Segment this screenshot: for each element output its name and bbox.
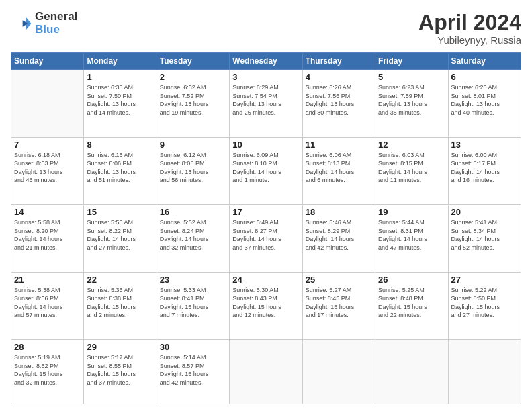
table-row: 13Sunrise: 6:00 AM Sunset: 8:17 PM Dayli…	[448, 137, 521, 204]
day-number: 7	[14, 140, 81, 150]
day-number: 20	[451, 207, 518, 217]
col-friday: Friday	[375, 53, 448, 70]
table-row: 14Sunrise: 5:58 AM Sunset: 8:20 PM Dayli…	[11, 205, 84, 272]
day-info: Sunrise: 6:18 AM Sunset: 8:03 PM Dayligh…	[14, 151, 81, 185]
table-row	[302, 340, 375, 404]
calendar-table: Sunday Monday Tuesday Wednesday Thursday…	[11, 52, 521, 404]
table-row: 6Sunrise: 6:20 AM Sunset: 8:01 PM Daylig…	[448, 70, 521, 137]
table-row: 8Sunrise: 6:15 AM Sunset: 8:06 PM Daylig…	[84, 137, 157, 204]
table-row: 4Sunrise: 6:26 AM Sunset: 7:56 PM Daylig…	[302, 70, 375, 137]
logo-icon	[11, 13, 32, 34]
day-number: 5	[378, 72, 445, 82]
day-info: Sunrise: 5:49 AM Sunset: 8:27 PM Dayligh…	[232, 218, 299, 252]
day-number: 1	[87, 72, 153, 82]
day-number: 26	[378, 275, 445, 285]
day-info: Sunrise: 5:41 AM Sunset: 8:34 PM Dayligh…	[451, 218, 518, 252]
day-info: Sunrise: 5:22 AM Sunset: 8:50 PM Dayligh…	[451, 286, 518, 320]
col-sunday: Sunday	[11, 53, 84, 70]
day-info: Sunrise: 5:33 AM Sunset: 8:41 PM Dayligh…	[160, 286, 226, 320]
day-number: 8	[87, 140, 153, 150]
col-monday: Monday	[84, 53, 157, 70]
col-tuesday: Tuesday	[157, 53, 229, 70]
day-number: 29	[87, 342, 153, 352]
day-info: Sunrise: 6:00 AM Sunset: 8:17 PM Dayligh…	[451, 151, 518, 185]
table-row: 22Sunrise: 5:36 AM Sunset: 8:38 PM Dayli…	[84, 272, 157, 339]
day-number: 4	[306, 72, 372, 82]
table-row: 30Sunrise: 5:14 AM Sunset: 8:57 PM Dayli…	[157, 340, 229, 404]
table-row: 11Sunrise: 6:06 AM Sunset: 8:13 PM Dayli…	[302, 137, 375, 204]
day-number: 17	[232, 207, 299, 217]
day-number: 2	[160, 72, 226, 82]
day-number: 25	[306, 275, 372, 285]
day-number: 22	[87, 275, 153, 285]
logo-text: General Blue	[35, 11, 77, 36]
day-number: 16	[160, 207, 226, 217]
day-number: 12	[378, 140, 445, 150]
table-row: 3Sunrise: 6:29 AM Sunset: 7:54 PM Daylig…	[230, 70, 302, 137]
table-row: 18Sunrise: 5:46 AM Sunset: 8:29 PM Dayli…	[302, 205, 375, 272]
day-number: 14	[14, 207, 81, 217]
table-row: 21Sunrise: 5:38 AM Sunset: 8:36 PM Dayli…	[11, 272, 84, 339]
day-info: Sunrise: 5:36 AM Sunset: 8:38 PM Dayligh…	[87, 286, 153, 320]
table-row	[230, 340, 302, 404]
month-title: April 2024	[418, 11, 521, 34]
col-saturday: Saturday	[448, 53, 521, 70]
table-row: 7Sunrise: 6:18 AM Sunset: 8:03 PM Daylig…	[11, 137, 84, 204]
col-thursday: Thursday	[302, 53, 375, 70]
day-number: 24	[232, 275, 299, 285]
day-info: Sunrise: 6:32 AM Sunset: 7:52 PM Dayligh…	[160, 83, 226, 117]
logo: General Blue	[11, 11, 77, 36]
table-row	[448, 340, 521, 404]
table-row: 2Sunrise: 6:32 AM Sunset: 7:52 PM Daylig…	[157, 70, 229, 137]
table-row: 23Sunrise: 5:33 AM Sunset: 8:41 PM Dayli…	[157, 272, 229, 339]
day-info: Sunrise: 6:29 AM Sunset: 7:54 PM Dayligh…	[232, 83, 299, 117]
day-info: Sunrise: 5:25 AM Sunset: 8:48 PM Dayligh…	[378, 286, 445, 320]
table-row: 16Sunrise: 5:52 AM Sunset: 8:24 PM Dayli…	[157, 205, 229, 272]
day-number: 19	[378, 207, 445, 217]
day-info: Sunrise: 6:15 AM Sunset: 8:06 PM Dayligh…	[87, 151, 153, 185]
table-row: 25Sunrise: 5:27 AM Sunset: 8:45 PM Dayli…	[302, 272, 375, 339]
day-number: 3	[232, 72, 299, 82]
day-info: Sunrise: 6:20 AM Sunset: 8:01 PM Dayligh…	[451, 83, 518, 117]
day-number: 23	[160, 275, 226, 285]
day-info: Sunrise: 5:14 AM Sunset: 8:57 PM Dayligh…	[160, 353, 226, 387]
table-row: 5Sunrise: 6:23 AM Sunset: 7:59 PM Daylig…	[375, 70, 448, 137]
table-row: 10Sunrise: 6:09 AM Sunset: 8:10 PM Dayli…	[230, 137, 302, 204]
table-row: 9Sunrise: 6:12 AM Sunset: 8:08 PM Daylig…	[157, 137, 229, 204]
table-row: 27Sunrise: 5:22 AM Sunset: 8:50 PM Dayli…	[448, 272, 521, 339]
table-row	[11, 70, 84, 137]
day-info: Sunrise: 6:35 AM Sunset: 7:50 PM Dayligh…	[87, 83, 153, 117]
day-info: Sunrise: 6:12 AM Sunset: 8:08 PM Dayligh…	[160, 151, 226, 185]
day-info: Sunrise: 5:19 AM Sunset: 8:52 PM Dayligh…	[14, 353, 81, 387]
table-row: 19Sunrise: 5:44 AM Sunset: 8:31 PM Dayli…	[375, 205, 448, 272]
day-info: Sunrise: 5:38 AM Sunset: 8:36 PM Dayligh…	[14, 286, 81, 320]
table-row: 29Sunrise: 5:17 AM Sunset: 8:55 PM Dayli…	[84, 340, 157, 404]
day-info: Sunrise: 6:03 AM Sunset: 8:15 PM Dayligh…	[378, 151, 445, 185]
col-wednesday: Wednesday	[230, 53, 302, 70]
day-number: 30	[160, 342, 226, 352]
day-info: Sunrise: 5:30 AM Sunset: 8:43 PM Dayligh…	[232, 286, 299, 320]
day-number: 11	[306, 140, 372, 150]
day-info: Sunrise: 5:55 AM Sunset: 8:22 PM Dayligh…	[87, 218, 153, 252]
day-info: Sunrise: 6:26 AM Sunset: 7:56 PM Dayligh…	[306, 83, 372, 117]
day-number: 15	[87, 207, 153, 217]
table-row	[375, 340, 448, 404]
title-block: April 2024 Yubileynyy, Russia	[418, 11, 521, 46]
table-row: 20Sunrise: 5:41 AM Sunset: 8:34 PM Dayli…	[448, 205, 521, 272]
day-number: 9	[160, 140, 226, 150]
day-info: Sunrise: 5:58 AM Sunset: 8:20 PM Dayligh…	[14, 218, 81, 252]
table-row: 24Sunrise: 5:30 AM Sunset: 8:43 PM Dayli…	[230, 272, 302, 339]
header: General Blue April 2024 Yubileynyy, Russ…	[11, 11, 521, 46]
table-row: 28Sunrise: 5:19 AM Sunset: 8:52 PM Dayli…	[11, 340, 84, 404]
day-info: Sunrise: 6:09 AM Sunset: 8:10 PM Dayligh…	[232, 151, 299, 185]
table-row: 15Sunrise: 5:55 AM Sunset: 8:22 PM Dayli…	[84, 205, 157, 272]
day-info: Sunrise: 6:23 AM Sunset: 7:59 PM Dayligh…	[378, 83, 445, 117]
day-info: Sunrise: 5:44 AM Sunset: 8:31 PM Dayligh…	[378, 218, 445, 252]
table-row: 26Sunrise: 5:25 AM Sunset: 8:48 PM Dayli…	[375, 272, 448, 339]
location: Yubileynyy, Russia	[418, 34, 521, 46]
day-number: 13	[451, 140, 518, 150]
day-info: Sunrise: 5:17 AM Sunset: 8:55 PM Dayligh…	[87, 353, 153, 387]
day-number: 18	[306, 207, 372, 217]
day-number: 6	[451, 72, 518, 82]
day-number: 10	[232, 140, 299, 150]
